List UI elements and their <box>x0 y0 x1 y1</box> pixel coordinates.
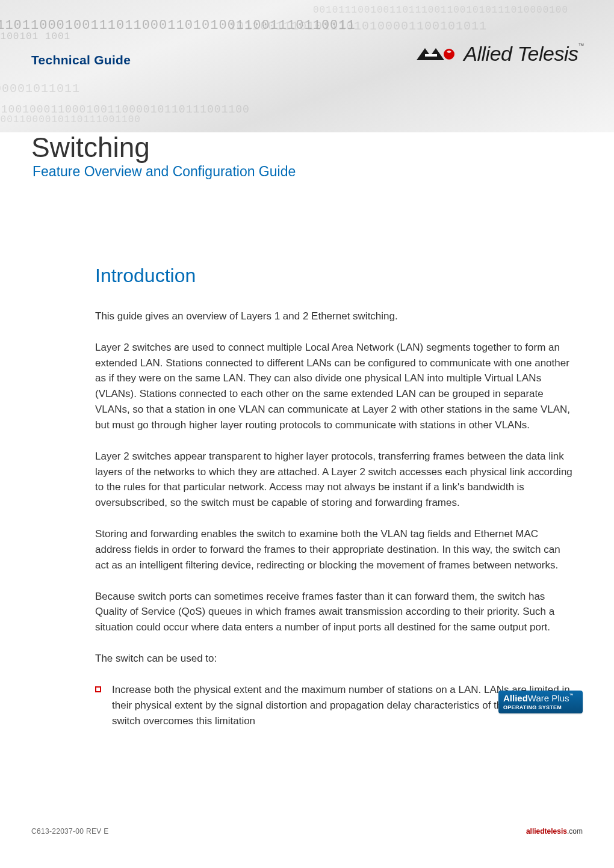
paragraph: Because switch ports can sometimes recei… <box>95 589 574 635</box>
svg-rect-2 <box>425 54 437 57</box>
paragraph: This guide gives an overview of Layers 1… <box>95 309 574 324</box>
paragraph: Layer 2 switches are used to connect mul… <box>95 340 574 433</box>
section-heading-introduction: Introduction <box>95 265 574 287</box>
paragraph: Storing and forwarding enables the switc… <box>95 526 574 573</box>
alliedware-plus-badge: AlliedWare Plus™ OPERATING SYSTEM <box>498 691 583 713</box>
bullet-icon <box>95 686 101 692</box>
paragraph: The switch can be used to: <box>95 651 574 666</box>
decorative-binary: 0010111001001101110011001010111010000100 <box>313 5 568 16</box>
badge-subtitle: OPERATING SYSTEM <box>503 704 578 711</box>
brand-logo: Allied Telesis™ <box>417 42 584 66</box>
content-area: Introduction This guide gives an overvie… <box>95 265 574 728</box>
document-subtitle: Feature Overview and Configuration Guide <box>33 164 296 180</box>
trademark-symbol: ™ <box>578 42 585 49</box>
brand-name: Allied Telesis™ <box>464 42 584 66</box>
brand-mark-icon <box>417 46 459 63</box>
svg-point-3 <box>444 49 454 60</box>
footer-website: alliedtelesis.com <box>526 827 583 836</box>
decorative-binary: 101100111010111010100001100101011 <box>229 19 487 33</box>
document-title: Switching <box>31 131 296 164</box>
title-block: Switching Feature Overview and Configura… <box>31 131 296 180</box>
decorative-binary: 10011000010110111001100 <box>0 114 141 125</box>
decorative-binary: 00001011011 <box>0 82 80 96</box>
badge-title: AlliedWare Plus™ <box>503 693 578 704</box>
decorative-binary: 0100101 1001 <box>0 31 70 42</box>
technical-guide-label: Technical Guide <box>31 53 131 67</box>
document-revision: C613-22037-00 REV E <box>31 827 108 836</box>
paragraph: Layer 2 switches appear transparent to h… <box>95 449 574 511</box>
decorative-binary: 110010001100010011000010110111001100 <box>0 103 250 115</box>
page-footer: C613-22037-00 REV E alliedtelesis.com <box>31 827 583 836</box>
